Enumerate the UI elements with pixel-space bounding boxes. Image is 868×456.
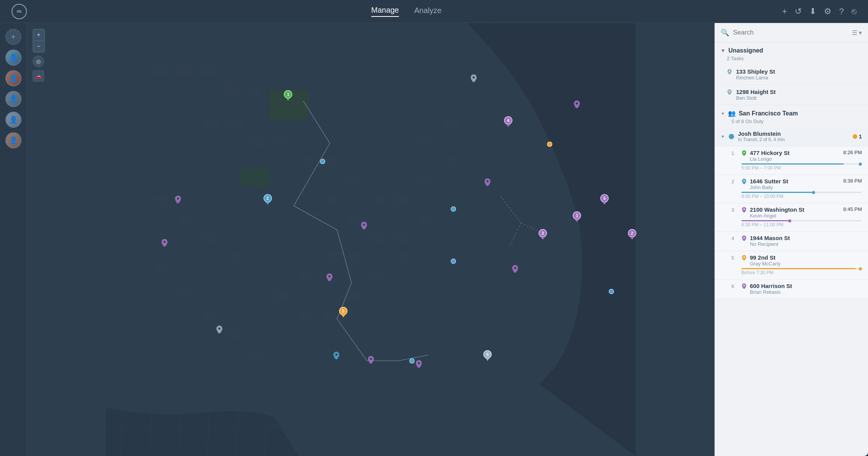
badge-dot	[853, 134, 857, 139]
logo-icon: ∞	[12, 4, 27, 19]
task-2-recipient: Ben Stott	[736, 95, 862, 101]
team-collapse[interactable]: ▼	[721, 111, 725, 116]
logo[interactable]: ∞	[12, 4, 31, 19]
route-item-4-header: 4 1944 Mason St No Recipient	[731, 235, 862, 247]
svg-rect-57	[323, 312, 337, 321]
svg-rect-59	[371, 273, 385, 282]
route-progress-dot-1	[859, 163, 862, 166]
avatar-4[interactable]: 👤	[5, 112, 21, 128]
svg-rect-35	[176, 66, 193, 76]
route-progress-dot-5	[859, 267, 862, 270]
zoom-in-button[interactable]: +	[33, 29, 44, 41]
route-progress-3	[741, 220, 862, 221]
svg-rect-73	[178, 288, 193, 296]
route-item-5[interactable]: 5 99 2nd St Gray McCarty	[715, 251, 868, 280]
svg-rect-50	[347, 216, 361, 224]
download-icon[interactable]: ⬇	[809, 7, 816, 16]
route-progress-fill-5	[741, 268, 856, 269]
task-1-address: 133 Shipley St	[736, 68, 862, 75]
locate-button[interactable]: ◎	[33, 56, 44, 67]
route-item-3-header: 3 2100 Washington St Kevin Angel 8:45 PM	[731, 206, 862, 219]
route-num-6: 6	[731, 283, 738, 289]
unassigned-collapse[interactable]: ▼	[721, 48, 725, 53]
svg-rect-38	[248, 86, 263, 94]
route-pin-4	[741, 235, 747, 241]
svg-rect-43	[250, 138, 265, 147]
svg-rect-65	[443, 158, 458, 166]
route-address-4: 1944 Mason St	[750, 235, 859, 241]
route-num-3: 3	[731, 206, 738, 213]
route-item-1[interactable]: 1 477 Hickory St Lia Longo 8:26 PM	[715, 147, 868, 175]
svg-rect-44	[275, 138, 289, 147]
svg-rect-68	[154, 196, 169, 205]
svg-rect-53	[323, 254, 337, 263]
route-progress-dot-2	[812, 191, 815, 194]
svg-rect-60	[395, 254, 409, 263]
svg-rect-47	[347, 177, 361, 186]
team-header: ▼ 👥 San Francisco Team	[715, 105, 868, 119]
route-time-window-2: 8:00 PM – 10:00 PM	[741, 194, 862, 199]
route-item-4[interactable]: 4 1944 Mason St No Recipient	[715, 232, 868, 251]
svg-rect-46	[323, 158, 337, 166]
route-time-window-1: 5:00 PM – 7:00 PM	[741, 165, 862, 171]
route-time-window-3: 8:30 PM – 11:00 PM	[741, 222, 862, 227]
settings-icon[interactable]: ⚙	[824, 7, 832, 16]
route-recipient-1: Lia Longo	[750, 156, 840, 162]
route-recipient-6: Brian Rekasis	[750, 289, 859, 295]
route-time-2: 8:38 PM	[843, 178, 862, 184]
route-time-1: 8:26 PM	[843, 150, 862, 155]
route-progress-dot-3	[788, 219, 791, 222]
avatar-2[interactable]: 👤	[5, 70, 21, 86]
avatar-img-2: 👤	[6, 71, 21, 86]
route-pin-2	[741, 179, 747, 184]
route-info-3: 2100 Washington St Kevin Angel	[750, 206, 840, 219]
task-item-2[interactable]: 1298 Haight St Ben Stott	[715, 85, 868, 105]
route-info-2: 1646 Sutter St John Baily	[750, 178, 840, 190]
svg-rect-61	[395, 235, 409, 244]
right-panel: 🔍 ☰ ▾ ▼ Unassigned 2 Tasks 133 Ship	[715, 23, 868, 456]
svg-rect-56	[298, 312, 313, 321]
avatar-3[interactable]: 👤	[5, 91, 21, 107]
car-button[interactable]: 🚗	[33, 70, 44, 82]
driver-collapse[interactable]: ▼	[721, 134, 725, 139]
search-icon: 🔍	[721, 28, 729, 37]
route-address-6: 600 Harrison St	[750, 283, 859, 289]
route-progress-fill-2	[741, 192, 814, 193]
main-nav: Manage Analyze	[31, 6, 782, 17]
svg-rect-78	[241, 167, 270, 186]
route-progress-fill-3	[741, 220, 790, 221]
svg-rect-54	[298, 273, 313, 282]
main-content: + 👤 👤 👤 👤 👤 + −	[0, 23, 868, 456]
route-item-3[interactable]: 3 2100 Washington St Kevin Angel 8:45 PM	[715, 203, 868, 232]
avatar-img-4: 👤	[6, 112, 21, 127]
driver-name: Josh Blumstein	[738, 130, 849, 137]
list-view-icon[interactable]: ☰ ▾	[852, 29, 862, 36]
svg-rect-55	[275, 292, 289, 301]
search-input[interactable]	[733, 29, 848, 36]
history-icon[interactable]: ↺	[795, 7, 802, 16]
route-num-1: 1	[731, 150, 738, 156]
route-address-2: 1646 Sutter St	[750, 178, 840, 184]
route-item-2[interactable]: 2 1646 Sutter St John Baily 8:38 PM	[715, 175, 868, 203]
route-address-3: 2100 Washington St	[750, 206, 840, 213]
avatar-5[interactable]: 👤	[5, 132, 21, 148]
route-progress-5	[741, 268, 862, 269]
avatar-img-1: 👤	[6, 50, 21, 65]
unassigned-subtitle: 2 Tasks	[715, 56, 868, 64]
svg-rect-42	[226, 119, 243, 129]
route-item-6[interactable]: 6 600 Harrison St Brian Rekasis	[715, 280, 868, 299]
zoom-out-button[interactable]: −	[33, 41, 44, 52]
nav-manage[interactable]: Manage	[371, 6, 399, 17]
task-item[interactable]: 133 Shipley St Rinchen Lama	[715, 64, 868, 85]
map-svg	[27, 23, 715, 456]
export-icon[interactable]: ⎋	[852, 7, 856, 16]
map-area[interactable]: + − ◎ 🚗	[27, 23, 715, 456]
nav-analyze[interactable]: Analyze	[414, 6, 441, 16]
driver-row[interactable]: ▼ Josh Blumstein In Transit, 2 of 6, 4 m…	[715, 127, 868, 147]
help-icon[interactable]: ?	[839, 7, 844, 16]
avatar-1[interactable]: 👤	[5, 49, 21, 66]
route-progress-2	[741, 192, 862, 193]
add-icon[interactable]: +	[782, 7, 787, 16]
svg-rect-77	[270, 91, 308, 119]
add-worker-button[interactable]: +	[5, 29, 21, 45]
